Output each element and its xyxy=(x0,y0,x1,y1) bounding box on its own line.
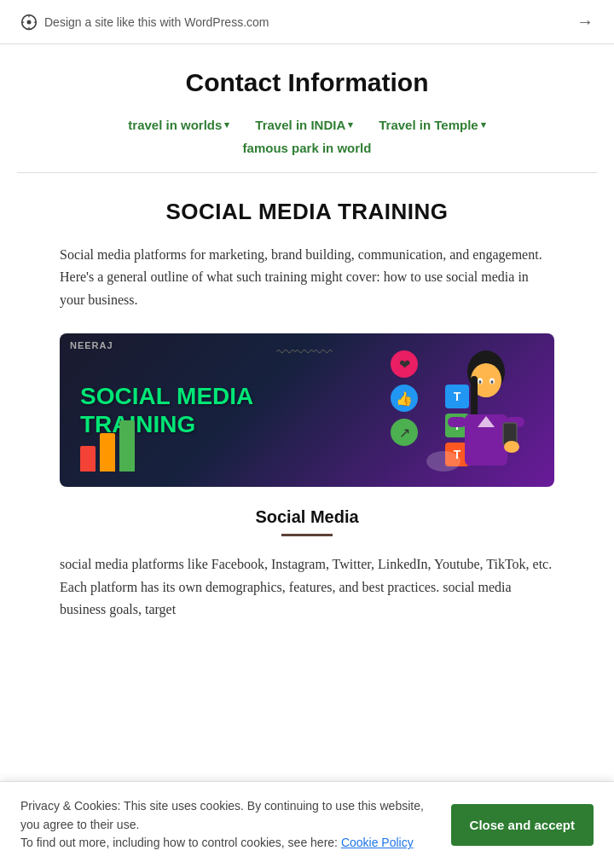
banner-person-illustration xyxy=(418,342,554,487)
cookie-policy-link[interactable]: Cookie Policy xyxy=(341,836,414,849)
body-text: social media platforms like Facebook, In… xyxy=(60,553,554,621)
intro-text: Social media platforms for marketing, br… xyxy=(60,244,554,311)
svg-point-13 xyxy=(479,380,482,384)
chart-bar-1 xyxy=(80,446,96,472)
social-media-banner: NEERAJ 〰〰〰 SOCIAL MEDIATRAINING ❤ 👍 ↗ T … xyxy=(60,333,554,487)
chart-bar-2 xyxy=(100,433,115,472)
main-nav: travel in worlds ▾ Travel in INDIA ▾ Tra… xyxy=(0,106,614,137)
svg-rect-6 xyxy=(448,417,466,427)
cookie-text-line1: Privacy & Cookies: This site uses cookie… xyxy=(20,799,424,831)
subsection-title: Social Media xyxy=(60,507,554,527)
top-bar: Design a site like this with WordPress.c… xyxy=(0,0,614,44)
nav-item-travel-india[interactable]: Travel in INDIA ▾ xyxy=(255,118,353,132)
top-bar-left: Design a site like this with WordPress.c… xyxy=(20,14,269,31)
chart-bar-3 xyxy=(119,420,135,472)
svg-point-15 xyxy=(426,451,460,472)
cookie-text-line2: To find out more, including how to contr… xyxy=(20,836,338,849)
section-title: SOCIAL MEDIA TRAINING xyxy=(60,199,554,225)
nav-item-travel-worlds[interactable]: travel in worlds ▾ xyxy=(128,118,229,132)
nav-label-travel-india: Travel in INDIA xyxy=(255,118,345,132)
banner-text-block: SOCIAL MEDIATRAINING xyxy=(60,365,274,456)
top-bar-label: Design a site like this with WordPress.c… xyxy=(44,15,269,29)
svg-point-14 xyxy=(491,380,494,384)
person-svg xyxy=(418,342,554,487)
nav-label-famous-park: famous park in world xyxy=(243,141,372,155)
nav-item-travel-temple[interactable]: Travel in Temple ▾ xyxy=(379,118,485,132)
heart-icon: ❤ xyxy=(391,350,418,378)
banner-squiggle-decoration: 〰〰〰 xyxy=(276,342,333,364)
nav-label-travel-worlds: travel in worlds xyxy=(128,118,222,132)
nav-label-travel-temple: Travel in Temple xyxy=(379,118,478,132)
close-and-accept-button[interactable]: Close and accept xyxy=(451,804,594,846)
nav-arrow-travel-india: ▾ xyxy=(348,119,353,130)
main-content: SOCIAL MEDIA TRAINING Social media platf… xyxy=(0,173,614,638)
nav-item-famous-park[interactable]: famous park in world xyxy=(243,141,372,155)
cookie-banner: Privacy & Cookies: This site uses cookie… xyxy=(0,781,614,868)
subsection-underline xyxy=(281,534,333,536)
nav-row2: famous park in world xyxy=(0,137,614,172)
svg-point-1 xyxy=(27,20,32,24)
nav-arrow-travel-worlds: ▾ xyxy=(224,119,229,130)
share-icon: ↗ xyxy=(391,419,418,446)
banner-label: NEERAJ xyxy=(70,340,113,350)
subsection-title-block: Social Media xyxy=(60,507,554,536)
top-bar-arrow[interactable]: → xyxy=(576,12,594,32)
site-header: Contact Information xyxy=(0,44,614,106)
banner-social-icons: ❤ 👍 ↗ xyxy=(391,350,418,446)
banner-chart xyxy=(80,420,135,472)
cookie-text-block: Privacy & Cookies: This site uses cookie… xyxy=(20,797,434,853)
thumbs-up-icon: 👍 xyxy=(391,385,418,412)
nav-arrow-travel-temple: ▾ xyxy=(481,119,486,130)
svg-point-9 xyxy=(504,441,519,453)
site-title: Contact Information xyxy=(17,68,597,97)
wordpress-icon xyxy=(20,14,38,31)
